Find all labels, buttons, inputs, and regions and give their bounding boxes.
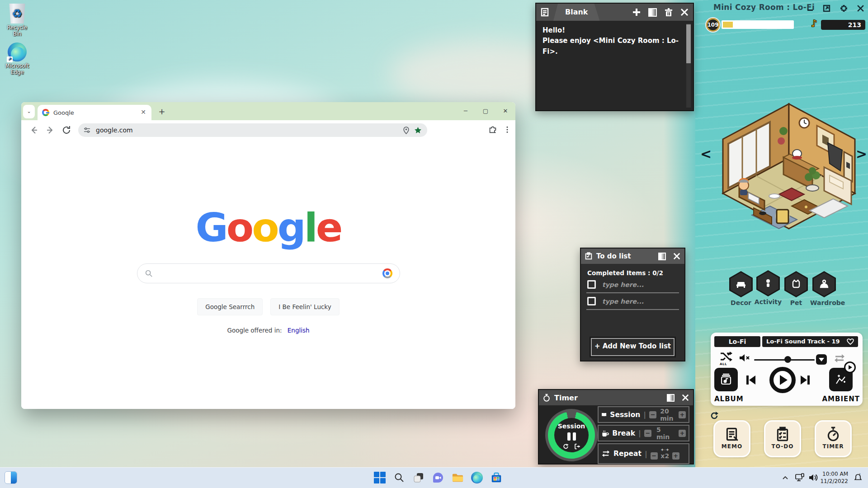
forward-button[interactable] (45, 125, 56, 136)
browser-minimize-button[interactable]: ─ (456, 102, 476, 120)
play-button[interactable] (769, 367, 796, 393)
reset-position-icon[interactable] (710, 411, 719, 420)
reload-button[interactable] (61, 125, 72, 136)
start-button[interactable] (373, 471, 386, 484)
add-todo-button[interactable]: + Add New Todo list (591, 338, 675, 356)
app-settings-gear-icon[interactable] (839, 4, 848, 13)
memo-text-area[interactable]: Hello! Please enjoy <Mini Cozy Room : Lo… (536, 21, 693, 61)
back-button[interactable] (28, 125, 39, 136)
ambient-play-badge[interactable] (844, 361, 856, 373)
taskbar-search-icon[interactable] (393, 471, 406, 484)
repeat-plus-button[interactable]: + (672, 452, 679, 460)
speaker-icon[interactable] (807, 471, 819, 484)
google-search-button[interactable]: Google Searrrch (197, 298, 263, 315)
todo-close-icon[interactable] (673, 253, 680, 260)
memo-tab[interactable]: Blank (553, 4, 600, 21)
desktop-icon-recycle-bin[interactable]: ♻ Recycle Bin (3, 4, 32, 37)
bookmark-star-icon[interactable] (414, 127, 422, 134)
tab-close-icon[interactable]: ✕ (140, 109, 147, 116)
todo-input[interactable] (601, 281, 692, 289)
break-plus-button[interactable]: + (679, 430, 686, 437)
dock-timer-button[interactable]: TIMER (815, 420, 852, 457)
language-link[interactable]: English (288, 327, 310, 334)
tune-icon[interactable] (84, 127, 90, 134)
dock-todo-button[interactable]: TO-DO (764, 420, 801, 457)
file-explorer-icon[interactable] (451, 471, 464, 484)
address-bar[interactable] (78, 123, 427, 137)
todo-input[interactable] (601, 297, 692, 305)
todo-window: To do list Completed Items : 0/2 + Add N… (580, 248, 685, 361)
chat-icon[interactable] (432, 471, 444, 484)
browser-close-button[interactable]: ✕ (495, 102, 515, 120)
location-pin-icon[interactable] (403, 127, 410, 134)
heart-icon[interactable] (846, 338, 854, 345)
memo-add-icon[interactable] (632, 8, 641, 17)
tab-strip[interactable]: ⌄ Gooqle ✕ + ─ ▢ ✕ (21, 102, 515, 120)
genre-pill[interactable]: Lo-Fi (714, 336, 760, 347)
memo-scroll-thumb[interactable] (686, 24, 691, 63)
couch-icon (731, 272, 751, 296)
tray-clock[interactable]: 10:00 AM 11/2/2022 (820, 470, 848, 485)
skip-icon[interactable] (574, 443, 580, 450)
camera-lens-icon[interactable] (382, 268, 392, 278)
restart-icon[interactable] (562, 443, 569, 450)
timer-opacity-icon[interactable] (667, 394, 675, 402)
browser-tab[interactable]: Gooqle ✕ (38, 105, 151, 120)
timer-close-icon[interactable] (682, 394, 689, 401)
widgets-button[interactable] (5, 471, 17, 484)
tab-search-chevron[interactable]: ⌄ (23, 105, 35, 118)
new-tab-button[interactable]: + (157, 107, 167, 117)
todo-checkbox[interactable] (587, 280, 596, 289)
repeat-icon[interactable] (834, 353, 845, 363)
pause-icon[interactable] (554, 432, 589, 441)
room-art (716, 99, 862, 235)
dock-memo-button[interactable]: MEMO (713, 420, 750, 457)
extensions-icon[interactable] (488, 125, 499, 136)
network-icon[interactable] (794, 471, 806, 484)
task-view-icon[interactable] (412, 471, 425, 484)
browser-maximize-button[interactable]: ▢ (476, 102, 495, 120)
album-button[interactable] (714, 368, 738, 391)
memo-close-icon[interactable] (680, 8, 689, 16)
tray-chevron-icon[interactable] (780, 471, 790, 484)
mute-icon[interactable] (739, 353, 750, 362)
store-icon[interactable] (490, 471, 503, 484)
nav-activity[interactable]: Activity (754, 270, 782, 305)
break-minus-button[interactable]: − (644, 430, 651, 437)
edge-taskbar-icon[interactable] (471, 471, 483, 484)
timer-title-bar[interactable]: Timer (539, 390, 693, 405)
app-popout-button[interactable] (822, 4, 831, 13)
menu-dots-icon[interactable] (502, 125, 513, 136)
session-minus-button[interactable]: − (649, 411, 656, 418)
notification-bell-icon[interactable]: z (852, 471, 864, 484)
google-search-box[interactable] (137, 263, 400, 283)
shuffle-icon[interactable] (720, 352, 732, 362)
todo-checkbox[interactable] (587, 297, 596, 305)
todo-opacity-icon[interactable] (658, 253, 666, 260)
app-minimize-button[interactable] (806, 4, 815, 13)
desktop-icon-edge[interactable]: ↗ Microsoft Edge (3, 42, 32, 75)
volume-slider-knob[interactable] (784, 356, 791, 363)
nav-pet[interactable]: Pet (782, 271, 810, 306)
memo-opacity-icon[interactable] (648, 8, 657, 17)
offered-text: Google offered in: (227, 327, 282, 334)
nav-wardrobe[interactable]: Wardrobe (810, 271, 838, 306)
repeat-minus-button[interactable]: − (651, 452, 658, 460)
output-select-button[interactable] (816, 354, 827, 365)
memo-scrollbar[interactable] (686, 23, 691, 108)
prev-track-icon[interactable] (745, 374, 757, 386)
todo-window-icon (585, 252, 593, 260)
session-plus-button[interactable]: + (679, 411, 686, 418)
room-prev-arrow[interactable]: < (700, 147, 712, 161)
nav-decor[interactable]: Decor (727, 271, 755, 306)
todo-title-bar[interactable]: To do list (581, 249, 684, 264)
google-favicon (42, 109, 49, 116)
search-input[interactable] (157, 269, 378, 278)
memo-trash-icon[interactable] (664, 8, 673, 17)
lucky-button[interactable]: I Be Feelin' Lucky (270, 298, 339, 315)
next-track-icon[interactable] (799, 374, 811, 386)
app-close-button[interactable] (856, 4, 865, 13)
track-pill[interactable]: Lo-Fi Sound Track - 19 (762, 336, 858, 347)
url-input[interactable] (95, 126, 403, 134)
memo-title-bar[interactable]: Blank (536, 4, 693, 21)
